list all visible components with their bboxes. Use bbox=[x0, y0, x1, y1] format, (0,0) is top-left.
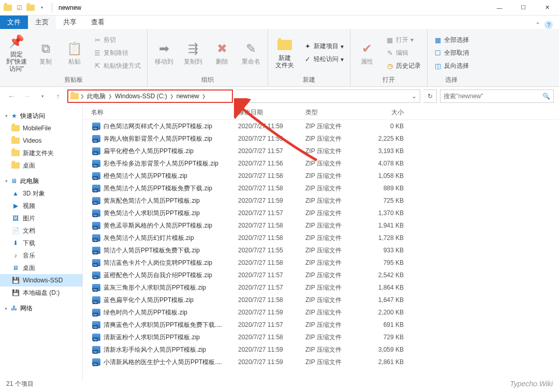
newfolder-button[interactable]: 新建 文件夹 bbox=[271, 33, 298, 73]
close-button[interactable]: ✕ bbox=[535, 0, 559, 16]
chevron-right-icon[interactable]: ❯ bbox=[107, 94, 114, 99]
file-row[interactable]: 奔跑人物剪影背景个人简历PPT模板.zip2020/7/27 11:59ZIP … bbox=[83, 132, 559, 145]
file-row[interactable]: 白色简洁网页样式个人简历PPT模板.zip2020/7/27 11:59ZIP … bbox=[83, 120, 559, 132]
folder-icon bbox=[11, 161, 20, 170]
shortcut-icon: ⇱ bbox=[93, 62, 101, 70]
selectinvert-button[interactable]: ◫反向选择 bbox=[432, 60, 471, 71]
file-row[interactable]: 蓝色扁平化个人简历PPT模板.zip2020/7/27 11:58ZIP 压缩文… bbox=[83, 294, 559, 306]
sidebar-item[interactable]: 🖥桌面 bbox=[0, 262, 82, 274]
sidebar-item[interactable]: 💾本地磁盘 (D:) bbox=[0, 287, 82, 299]
file-row[interactable]: 黄色孟菲斯风格的个人简历PPT模板.zip2020/7/27 11:58ZIP … bbox=[83, 219, 559, 232]
file-row[interactable]: 黑色简洁个人简历PPT模板免费下载.zip2020/7/27 11:58ZIP … bbox=[83, 182, 559, 194]
path-icon: ☰ bbox=[93, 49, 101, 57]
file-row[interactable]: 灰色简洁个人简历幻灯片模板.zip2020/7/27 11:58ZIP 压缩文件… bbox=[83, 232, 559, 244]
sidebar-item[interactable]: 新建文件夹 bbox=[0, 147, 82, 159]
sidebar-item[interactable]: ♪音乐 bbox=[0, 249, 82, 262]
selectall-button[interactable]: ▦全部选择 bbox=[432, 34, 471, 46]
address-dropdown-icon[interactable]: ⌄ bbox=[408, 93, 420, 100]
checkbox-icon[interactable]: ☑ bbox=[14, 3, 24, 12]
sidebar-item[interactable]: ▶视频 bbox=[0, 200, 82, 212]
chevron-right-icon[interactable]: ❯ bbox=[79, 94, 86, 99]
search-box[interactable]: 🔍 bbox=[440, 89, 554, 103]
sidebar-thispc[interactable]: ▾🖥此电脑 bbox=[0, 175, 82, 187]
network-icon: 🖧 bbox=[10, 304, 18, 312]
file-row[interactable]: 黄灰配色简洁个人简历PPT模板.zip2020/7/27 11:59ZIP 压缩… bbox=[83, 194, 559, 207]
file-row[interactable]: 清爽蓝色个人求职简历PPT模板免费下载....2020/7/27 11:57ZI… bbox=[83, 319, 559, 331]
folder-icon[interactable] bbox=[26, 3, 35, 12]
sidebar-item[interactable]: MobileFile bbox=[0, 122, 82, 134]
file-row[interactable]: 蓝橙配色个人简历自我介绍PPT模板.zip2020/7/27 11:57ZIP … bbox=[83, 269, 559, 281]
easyaccess-button[interactable]: ✓轻松访问 ▾ bbox=[301, 54, 346, 65]
paste-button[interactable]: 📋粘贴 bbox=[61, 33, 88, 73]
pasteshortcut-button[interactable]: ⇱粘贴快捷方式 bbox=[91, 60, 143, 71]
breadcrumb-drive[interactable]: Windows-SSD (C:) bbox=[114, 93, 168, 100]
copy-button[interactable]: ⧉复制 bbox=[32, 33, 59, 73]
sidebar-item[interactable]: 🖼图片 bbox=[0, 212, 82, 224]
properties-button[interactable]: ✔属性 bbox=[354, 33, 380, 73]
sidebar-item[interactable]: ⬇下载 bbox=[0, 237, 82, 249]
selectall-icon: ▦ bbox=[434, 36, 442, 44]
help-icon[interactable]: ? bbox=[545, 21, 553, 29]
file-row[interactable]: 扁平化橙色个人简历PPT模板.zip2020/7/27 11:57ZIP 压缩文… bbox=[83, 145, 559, 157]
open-button[interactable]: ▦打开 ▾ bbox=[384, 34, 423, 46]
file-row[interactable]: 清新蓝粉个人求职简历PPT模板.zip2020/7/27 11:58ZIP 压缩… bbox=[83, 331, 559, 343]
sidebar-item[interactable]: ▲3D 对象 bbox=[0, 187, 82, 200]
file-row[interactable]: 黄色简洁个人求职简历PPT模板.zip2020/7/27 11:57ZIP 压缩… bbox=[83, 207, 559, 219]
breadcrumb-pc[interactable]: 此电脑 bbox=[86, 92, 107, 101]
edit-button[interactable]: ✎编辑 bbox=[384, 47, 423, 58]
tab-share[interactable]: 共享 bbox=[56, 16, 84, 29]
selectnone-button[interactable]: ☐全部取消 bbox=[432, 47, 471, 58]
sidebar-quickaccess[interactable]: ▾★快速访问 bbox=[0, 110, 82, 122]
sidebar-item[interactable]: Videos bbox=[0, 134, 82, 147]
file-row[interactable]: 简洁蓝色卡片个人岗位竞聘PPT模板.zip2020/7/27 11:58ZIP … bbox=[83, 257, 559, 269]
file-row[interactable]: 橙色简洁个人简历PPT模板.zip2020/7/27 11:58ZIP 压缩文件… bbox=[83, 170, 559, 182]
maximize-button[interactable]: ☐ bbox=[511, 0, 535, 16]
tab-view[interactable]: 查看 bbox=[84, 16, 112, 29]
pc-icon: 🖥 bbox=[10, 177, 18, 185]
file-row[interactable]: 小清新风格的医生护士个人简历PPT模板....2020/7/27 11:59ZI… bbox=[83, 356, 559, 368]
chevron-right-icon[interactable]: ❯ bbox=[168, 94, 175, 99]
file-row[interactable]: 蓝灰三角形个人求职简历PPT模板.zip2020/7/27 11:57ZIP 压… bbox=[83, 281, 559, 294]
file-row[interactable]: 绿色时尚个人简历PPT模板.zip2020/7/27 11:59ZIP 压缩文件… bbox=[83, 306, 559, 319]
chevron-right-icon[interactable]: ❯ bbox=[200, 94, 208, 99]
recent-dropdown[interactable]: ▾ bbox=[36, 90, 49, 102]
forward-button[interactable]: → bbox=[21, 90, 33, 102]
file-row[interactable]: 彩色手绘多边形背景个人简历PPT模板.zip2020/7/27 11:56ZIP… bbox=[83, 157, 559, 170]
column-size[interactable]: 大小 bbox=[367, 108, 419, 117]
refresh-button[interactable]: ↻ bbox=[423, 89, 437, 103]
up-button[interactable]: ↑ bbox=[52, 90, 64, 102]
sidebar-network[interactable]: ▸🖧网络 bbox=[0, 302, 82, 314]
address-bar[interactable]: ❯ 此电脑 ❯ Windows-SSD (C:) ❯ newnew ❯ bbox=[67, 89, 233, 103]
column-date[interactable]: 修改日期 bbox=[238, 108, 305, 117]
back-button[interactable]: ← bbox=[5, 90, 18, 102]
tab-home[interactable]: 主页 bbox=[28, 16, 56, 29]
search-input[interactable] bbox=[444, 93, 542, 100]
file-row[interactable]: 清新水彩手绘风个人简历PPT模板.zip2020/7/27 11:59ZIP 压… bbox=[83, 343, 559, 356]
copypath-button[interactable]: ☰复制路径 bbox=[91, 47, 143, 58]
sidebar-item[interactable]: 📄文档 bbox=[0, 224, 82, 237]
file-row[interactable]: 简洁个人简历PPT模板免费下载.zip2020/7/27 11:55ZIP 压缩… bbox=[83, 244, 559, 257]
moveto-button[interactable]: ➡移动到 bbox=[151, 33, 178, 73]
column-type[interactable]: 类型 bbox=[305, 108, 367, 117]
sidebar-item[interactable]: 💾Windows-SSD bbox=[0, 274, 82, 287]
group-label: 打开 bbox=[350, 74, 427, 86]
chevron-down-icon: ▾ bbox=[5, 178, 8, 184]
group-label: 新建 bbox=[268, 74, 350, 86]
breadcrumb-folder[interactable]: newnew bbox=[175, 93, 200, 100]
column-name[interactable]: 名称 bbox=[83, 108, 238, 117]
search-icon[interactable]: 🔍 bbox=[542, 93, 550, 100]
minimize-button[interactable]: — bbox=[488, 0, 511, 16]
expand-ribbon-icon[interactable]: ⌃ bbox=[535, 21, 540, 28]
newitem-button[interactable]: ✦新建项目 ▾ bbox=[301, 41, 346, 52]
pin-quickaccess-button[interactable]: 📌固定到"快速访问" bbox=[3, 33, 30, 73]
address-bar-rest[interactable]: ⌄ bbox=[236, 89, 420, 103]
dropdown-icon[interactable]: ▾ bbox=[37, 3, 47, 12]
sidebar-item[interactable]: 桌面 bbox=[0, 159, 82, 172]
tab-file[interactable]: 文件 bbox=[0, 16, 28, 29]
cut-button[interactable]: ✂剪切 bbox=[91, 34, 143, 46]
rename-button[interactable]: ✎重命名 bbox=[238, 33, 264, 73]
delete-button[interactable]: ✖删除 bbox=[209, 33, 236, 73]
delete-icon: ✖ bbox=[214, 40, 230, 57]
history-button[interactable]: ◷历史记录 bbox=[384, 60, 423, 71]
copyto-button[interactable]: ⇶复制到 bbox=[180, 33, 207, 73]
